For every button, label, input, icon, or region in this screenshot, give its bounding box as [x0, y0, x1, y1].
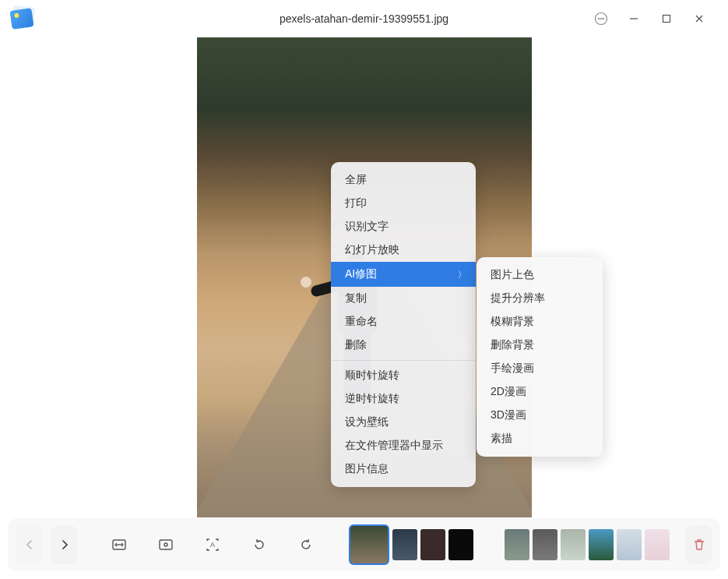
thumbnail[interactable] — [561, 529, 586, 560]
next-button[interactable] — [51, 525, 78, 564]
menu-item-label: 复制 — [345, 291, 367, 305]
menu-item-rotate-ccw[interactable]: 逆时针旋转 — [331, 387, 476, 411]
svg-point-0 — [596, 13, 607, 25]
svg-text:A: A — [210, 541, 215, 549]
thumbnail[interactable] — [420, 529, 445, 560]
submenu-3d-comic[interactable]: 3D漫画 — [477, 404, 603, 427]
menu-item-label: 识别文字 — [345, 220, 389, 234]
menu-item-image-info[interactable]: 图片信息 — [331, 457, 476, 481]
submenu-blur-bg[interactable]: 模糊背景 — [477, 310, 603, 334]
window-title: pexels-atahan-demir-19399551.jpg — [280, 12, 448, 25]
menu-item-print[interactable]: 打印 — [331, 192, 476, 215]
menu-item-ai-retouch[interactable]: AI修图 〉 — [331, 262, 476, 287]
fit-width-icon[interactable] — [100, 525, 139, 564]
submenu-upscale[interactable]: 提升分辨率 — [477, 287, 603, 310]
menu-item-slideshow[interactable]: 幻灯片放映 — [331, 238, 476, 262]
menu-item-label: 删除 — [345, 338, 367, 352]
submenu-remove-bg[interactable]: 删除背景 — [477, 334, 603, 357]
thumbnail-current[interactable] — [349, 524, 389, 565]
menu-divider — [331, 360, 476, 361]
thumbnail[interactable] — [392, 529, 417, 560]
menu-item-label: AI修图 — [345, 267, 377, 281]
title-bar: pexels-atahan-demir-19399551.jpg — [0, 0, 728, 37]
submenu-hand-drawn[interactable]: 手绘漫画 — [477, 357, 603, 380]
delete-button[interactable] — [685, 525, 712, 564]
menu-item-set-wallpaper[interactable]: 设为壁纸 — [331, 411, 476, 434]
menu-item-label: 模糊背景 — [491, 315, 534, 329]
rotate-cw-icon[interactable] — [287, 525, 325, 564]
rotate-ccw-icon[interactable] — [240, 525, 279, 564]
svg-point-3 — [603, 18, 604, 19]
menu-item-label: 素描 — [491, 432, 512, 446]
svg-point-1 — [598, 18, 600, 19]
menu-item-label: 重命名 — [345, 315, 378, 329]
menu-item-rotate-cw[interactable]: 顺时针旋转 — [331, 364, 476, 387]
menu-item-label: 图片信息 — [345, 462, 389, 476]
menu-item-show-in-fm[interactable]: 在文件管理器中显示 — [331, 434, 476, 457]
thumbnail-strip — [349, 524, 670, 565]
fit-screen-icon[interactable] — [146, 525, 185, 564]
thumbnail[interactable] — [533, 529, 557, 560]
menu-item-label: 逆时针旋转 — [345, 392, 399, 406]
menu-item-ocr[interactable]: 识别文字 — [331, 215, 476, 238]
menu-item-copy[interactable]: 复制 — [331, 287, 476, 310]
svg-rect-5 — [663, 16, 670, 23]
menu-item-label: 全屏 — [345, 173, 367, 187]
menu-item-label: 提升分辨率 — [491, 291, 545, 305]
submenu-sketch[interactable]: 素描 — [477, 427, 603, 450]
ai-submenu: 图片上色 提升分辨率 模糊背景 删除背景 手绘漫画 2D漫画 3D漫画 素描 — [477, 257, 603, 457]
menu-item-label: 顺时针旋转 — [345, 369, 399, 383]
submenu-colorize[interactable]: 图片上色 — [477, 263, 603, 287]
menu-item-fullscreen[interactable]: 全屏 — [331, 168, 476, 192]
menu-item-label: 删除背景 — [491, 338, 534, 352]
thumbnail[interactable] — [505, 529, 529, 560]
svg-point-11 — [164, 543, 167, 546]
menu-item-label: 2D漫画 — [491, 385, 526, 399]
prev-button[interactable] — [16, 525, 43, 564]
more-options-icon[interactable] — [594, 12, 608, 26]
maximize-icon[interactable] — [659, 12, 673, 26]
svg-point-2 — [600, 18, 602, 19]
ocr-icon[interactable]: A — [193, 525, 232, 564]
close-icon[interactable] — [692, 12, 706, 26]
context-menu: 全屏 打印 识别文字 幻灯片放映 AI修图 〉 复制 重命名 删除 顺时针旋转 … — [331, 162, 476, 487]
window-controls — [594, 12, 722, 26]
menu-item-label: 幻灯片放映 — [345, 243, 399, 257]
toolbar-tools: A — [100, 525, 325, 564]
menu-item-label: 手绘漫画 — [491, 362, 534, 376]
chevron-right-icon: 〉 — [458, 269, 466, 281]
menu-item-label: 图片上色 — [491, 268, 534, 282]
thumbnail[interactable] — [448, 529, 473, 560]
menu-item-delete[interactable]: 删除 — [331, 334, 476, 357]
menu-item-label: 打印 — [345, 196, 367, 210]
thumbnail[interactable] — [617, 529, 642, 560]
app-icon — [11, 6, 36, 31]
menu-item-rename[interactable]: 重命名 — [331, 310, 476, 334]
svg-rect-10 — [160, 540, 172, 549]
thumbnail[interactable] — [645, 529, 670, 560]
minimize-icon[interactable] — [627, 12, 641, 26]
menu-item-label: 3D漫画 — [491, 408, 526, 422]
thumbnail[interactable] — [589, 529, 614, 560]
menu-item-label: 设为壁纸 — [345, 415, 389, 429]
bottom-toolbar: A — [8, 518, 720, 571]
submenu-2d-comic[interactable]: 2D漫画 — [477, 380, 603, 404]
menu-item-label: 在文件管理器中显示 — [345, 439, 443, 453]
